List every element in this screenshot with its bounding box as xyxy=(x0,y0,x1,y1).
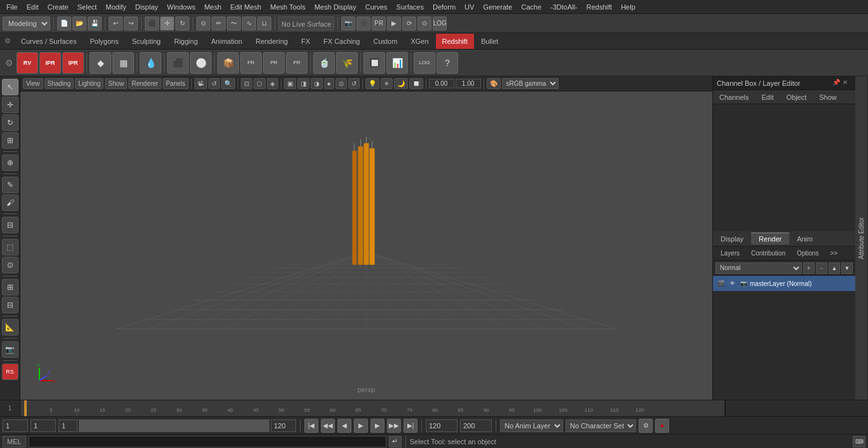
shading4-btn[interactable]: ● xyxy=(324,78,334,89)
next-frame-btn[interactable]: ▶ xyxy=(370,419,384,433)
tab-fx-caching[interactable]: FX Caching xyxy=(317,34,366,49)
command-input[interactable] xyxy=(29,436,386,447)
rp-tab-show[interactable]: Show xyxy=(813,90,843,104)
prev-key-btn[interactable]: ◀◀ xyxy=(321,419,335,433)
layer-camera-icon[interactable]: 📷 xyxy=(738,278,749,288)
shading1-btn[interactable]: ▣ xyxy=(284,78,296,89)
move-tool-btn[interactable]: ✛ xyxy=(2,97,18,113)
menu-uv[interactable]: UV xyxy=(461,2,478,12)
move-mode-btn[interactable]: ✛ xyxy=(160,17,174,31)
tab-sculpting[interactable]: Sculpting xyxy=(126,34,167,49)
menu-modify[interactable]: Modify xyxy=(102,2,130,12)
menu-mesh-display[interactable]: Mesh Display xyxy=(311,2,360,12)
playback-start-input[interactable] xyxy=(31,419,56,432)
color-space-select[interactable]: sRGB gamma xyxy=(502,78,559,89)
tab-animation[interactable]: Animation xyxy=(205,34,248,49)
camera-fov-input[interactable] xyxy=(456,79,481,88)
layer-remove-btn[interactable]: - xyxy=(816,262,827,274)
menu-edit[interactable]: Edit xyxy=(23,2,43,12)
lasso-tool-btn[interactable]: ⊙ xyxy=(2,257,18,273)
shelf-grain-btn[interactable]: 🌾 xyxy=(336,52,358,74)
frame-step-input[interactable] xyxy=(58,419,78,432)
marquee-btn[interactable]: ⬚ xyxy=(2,239,18,255)
shelf-pr3-btn[interactable]: PR xyxy=(286,52,308,74)
mode-selector[interactable]: Modeling xyxy=(3,17,50,31)
tab-bullet[interactable]: Bullet xyxy=(475,34,505,49)
menu-surfaces[interactable]: Surfaces xyxy=(393,2,428,12)
playback-slider[interactable] xyxy=(79,419,269,432)
rp-render-tab-anim[interactable]: Anim xyxy=(789,233,820,245)
shading3-btn[interactable]: ◑ xyxy=(311,78,323,89)
tab-redshift[interactable]: Redshift xyxy=(436,34,474,49)
playback-end-input[interactable] xyxy=(271,419,296,432)
more-tab[interactable]: >> xyxy=(825,248,843,258)
prev-frame-btn[interactable]: ◀ xyxy=(337,419,351,433)
shelf-box-btn[interactable]: 📦 xyxy=(217,52,239,74)
normal-mode-select[interactable]: Normal xyxy=(715,262,802,274)
menu-create[interactable]: Create xyxy=(44,2,72,12)
tab-rendering[interactable]: Rendering xyxy=(249,34,294,49)
play-btn[interactable]: ▶ xyxy=(354,419,368,433)
tab-custom[interactable]: Custom xyxy=(367,34,404,49)
char-settings-btn[interactable]: ⚙ xyxy=(639,419,653,433)
menu-help[interactable]: Help xyxy=(617,2,639,12)
shelf-ipr-btn[interactable]: IPR xyxy=(39,52,61,74)
camera2-btn[interactable]: 🎥 xyxy=(356,17,370,31)
shadows-btn[interactable]: 🔲 xyxy=(409,78,423,89)
layer-up-btn[interactable]: ▲ xyxy=(829,262,840,274)
char-set-select[interactable]: No Character Set xyxy=(566,419,636,432)
curve2-btn[interactable]: ∿ xyxy=(242,17,256,31)
tab-fx[interactable]: FX xyxy=(295,34,316,49)
rotate-mode-btn[interactable]: ↻ xyxy=(175,17,189,31)
menu-mesh[interactable]: Mesh xyxy=(200,2,225,12)
shading2-btn[interactable]: ◨ xyxy=(297,78,309,89)
sel-mask-btn[interactable]: ⊡ xyxy=(241,78,252,89)
scale-tool-btn[interactable]: ⊞ xyxy=(2,132,18,149)
shelf-pr2-btn[interactable]: PR xyxy=(263,52,285,74)
layers-tab[interactable]: Layers xyxy=(715,248,745,258)
menu-file[interactable]: File xyxy=(3,2,22,12)
renderer-menu-btn[interactable]: Renderer xyxy=(128,78,161,89)
camera-angle-input[interactable] xyxy=(429,79,454,88)
lights3-btn[interactable]: 🌙 xyxy=(394,78,408,89)
menu-display[interactable]: Display xyxy=(132,2,162,12)
shelf-mat2-btn[interactable]: 📊 xyxy=(386,52,408,74)
select-tool-btn[interactable]: ↖ xyxy=(2,79,18,95)
rs-btn[interactable]: RS xyxy=(2,363,18,380)
snap-btn[interactable]: ⊟ xyxy=(2,217,18,233)
script-editor-btn[interactable]: ⌨ xyxy=(853,436,865,447)
menu-mesh-tools[interactable]: Mesh Tools xyxy=(266,2,309,12)
camera-move-btn[interactable]: 📽 xyxy=(194,78,207,89)
menu-curves[interactable]: Curves xyxy=(362,2,391,12)
render4-btn[interactable]: ⊙ xyxy=(417,17,431,31)
rp-tab-object[interactable]: Object xyxy=(780,90,813,104)
go-start-btn[interactable]: |◀ xyxy=(304,419,318,433)
view-menu-btn[interactable]: View xyxy=(23,78,43,89)
lights2-btn[interactable]: ☀ xyxy=(381,78,393,89)
auto-key-btn[interactable]: ● xyxy=(655,419,669,433)
range-start-input[interactable] xyxy=(426,419,458,432)
undo-btn[interactable]: ↩ xyxy=(109,17,123,31)
cmd-submit-icon[interactable]: ↵ xyxy=(389,436,402,447)
shelf-cube-btn[interactable]: ⬛ xyxy=(167,52,189,74)
render5-btn[interactable]: LOG xyxy=(433,17,447,31)
layer-visibility-icon[interactable]: 🎬 xyxy=(715,278,726,288)
camera-btn[interactable]: 📷 xyxy=(2,341,18,358)
menu-cache[interactable]: Cache xyxy=(517,2,545,12)
comp2-btn[interactable]: ⊟ xyxy=(2,297,18,313)
shading6-btn[interactable]: ↺ xyxy=(348,78,360,89)
menu-edit-mesh[interactable]: Edit Mesh xyxy=(226,2,265,12)
menu-windows[interactable]: Windows xyxy=(163,2,200,12)
menu-deform[interactable]: Deform xyxy=(429,2,459,12)
menu-select[interactable]: Select xyxy=(74,2,101,12)
shading-menu-btn[interactable]: Shading xyxy=(44,78,74,89)
tab-xgen[interactable]: XGen xyxy=(404,34,435,49)
new-scene-btn[interactable]: 📄 xyxy=(57,17,71,31)
anim-layer-select[interactable]: No Anim Layer xyxy=(500,419,563,432)
curve3-btn[interactable]: ⊔ xyxy=(257,17,271,31)
camera-rot-btn[interactable]: ↺ xyxy=(208,78,220,89)
next-key-btn[interactable]: ▶▶ xyxy=(387,419,401,433)
panels-menu-btn[interactable]: Panels xyxy=(163,78,189,89)
go-end-btn[interactable]: ▶| xyxy=(403,419,417,433)
rp-render-tab-display[interactable]: Display xyxy=(713,233,751,245)
